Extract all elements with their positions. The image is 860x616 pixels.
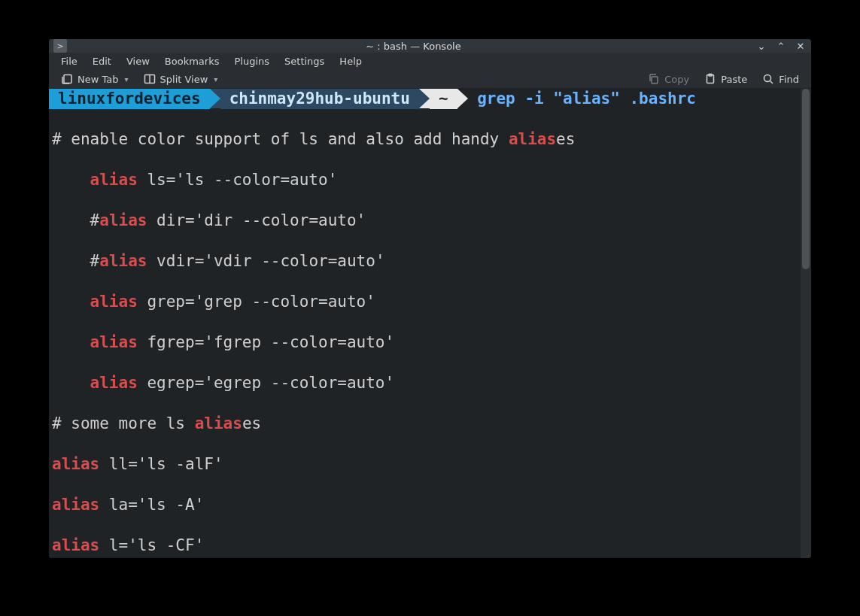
grep-match: alias [90, 293, 138, 311]
output-text: l='ls -CF' [99, 536, 204, 554]
svg-rect-3 [652, 77, 658, 83]
terminal-area: linuxfordeviceschinmay29hub-ubuntu~ grep… [49, 89, 811, 558]
new-tab-label: New Tab [77, 74, 119, 85]
output-text: # [52, 252, 99, 270]
menu-bookmarks[interactable]: Bookmarks [157, 53, 227, 70]
window-controls: ⌄ ⌃ ✕ [755, 41, 807, 52]
paste-button[interactable]: Paste [698, 70, 753, 88]
close-button[interactable]: ✕ [795, 41, 807, 52]
new-tab-icon [61, 73, 73, 85]
output-text [52, 374, 90, 392]
prompt: linuxfordeviceschinmay29hub-ubuntu~ [49, 89, 468, 109]
paste-label: Paste [721, 74, 747, 85]
grep-match: alias [90, 171, 138, 189]
output-text: ls='ls --color=auto' [138, 171, 338, 189]
grep-match: alias [509, 130, 556, 148]
output-text: vdir='vdir --color=auto' [147, 252, 384, 270]
svg-line-7 [770, 81, 773, 84]
minimize-button[interactable]: ⌄ [755, 41, 767, 52]
chevron-down-icon: ▾ [125, 75, 129, 83]
menu-help[interactable]: Help [332, 53, 369, 70]
output-text: # [52, 211, 99, 229]
output-text: es [242, 414, 261, 432]
konsole-window: > ~ : bash — Konsole ⌄ ⌃ ✕ File Edit Vie… [49, 39, 811, 558]
split-view-label: Split View [160, 74, 208, 85]
copy-button[interactable]: Copy [642, 70, 695, 88]
svg-rect-0 [64, 75, 71, 83]
toolbar: New Tab ▾ Split View ▾ Copy Paste Find [49, 70, 811, 89]
grep-match: alias [52, 536, 99, 554]
output-text: dir='dir --color=auto' [147, 211, 366, 229]
menu-file[interactable]: File [53, 53, 85, 70]
output-text [52, 171, 90, 189]
terminal[interactable]: linuxfordeviceschinmay29hub-ubuntu~ grep… [49, 89, 801, 558]
grep-match: alias [90, 333, 138, 351]
output-text: # enable color support of ls and also ad… [52, 130, 509, 148]
copy-label: Copy [664, 74, 689, 85]
scrollbar[interactable] [801, 89, 811, 558]
split-view-button[interactable]: Split View ▾ [138, 70, 224, 88]
output-text: la='ls -A' [99, 496, 204, 514]
output-text: ll='ls -alF' [99, 455, 223, 473]
prompt-host: chinmay29hub-ubuntu [220, 89, 419, 109]
copy-icon [648, 73, 660, 85]
search-icon [762, 73, 774, 85]
grep-match: alias [99, 252, 147, 270]
find-label: Find [779, 74, 799, 85]
menu-plugins[interactable]: Plugins [226, 53, 277, 70]
app-icon: > [53, 39, 67, 53]
prompt-path: ~ [430, 89, 457, 109]
window-title: ~ : bash — Konsole [71, 41, 755, 52]
grep-match: alias [99, 211, 147, 229]
maximize-button[interactable]: ⌃ [775, 41, 787, 52]
output-text: fgrep='fgrep --color=auto' [138, 333, 394, 351]
grep-match: alias [90, 374, 138, 392]
scrollbar-thumb[interactable] [802, 89, 810, 269]
menu-view[interactable]: View [119, 53, 157, 70]
paste-icon [704, 73, 716, 85]
output-text: grep='grep --color=auto' [138, 293, 375, 311]
find-button[interactable]: Find [756, 70, 805, 88]
chevron-down-icon: ▾ [214, 75, 217, 83]
prompt-user: linuxfordevices [49, 89, 210, 109]
menu-edit[interactable]: Edit [85, 53, 119, 70]
menubar: File Edit View Bookmarks Plugins Setting… [49, 53, 811, 70]
svg-point-6 [764, 75, 771, 82]
output-text [52, 333, 90, 351]
command-text: grep -i "alias" .bashrc [477, 90, 696, 108]
output-text: # some more ls [52, 414, 195, 432]
output-text: es [556, 130, 575, 148]
split-view-icon [144, 73, 156, 85]
output-text: egrep='egrep --color=auto' [138, 374, 394, 392]
grep-match: alias [52, 455, 99, 473]
titlebar: > ~ : bash — Konsole ⌄ ⌃ ✕ [49, 39, 811, 53]
output-text [52, 293, 90, 311]
new-tab-button[interactable]: New Tab ▾ [55, 70, 135, 88]
grep-match: alias [52, 496, 99, 514]
menu-settings[interactable]: Settings [277, 53, 332, 70]
grep-match: alias [195, 414, 242, 432]
